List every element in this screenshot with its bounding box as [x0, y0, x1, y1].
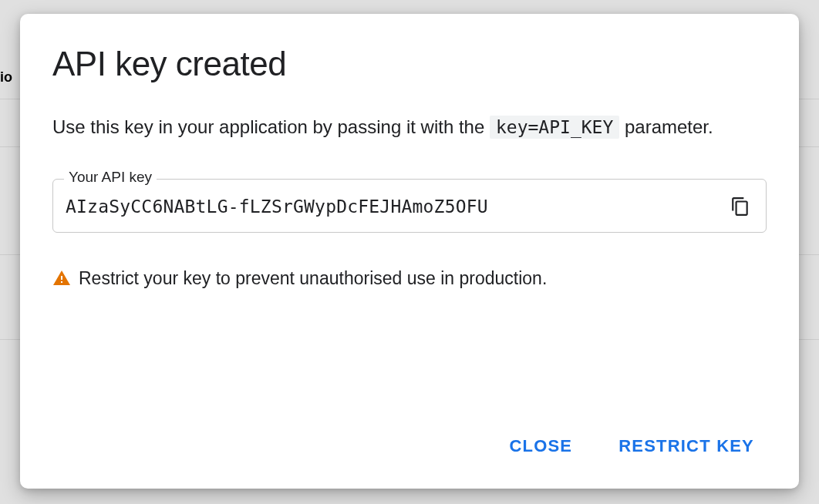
api-key-field-label: Your API key [64, 169, 157, 186]
api-key-value-input[interactable] [66, 197, 727, 217]
backdrop-clipped-text: io [0, 69, 12, 86]
api-key-created-dialog: API key created Use this key in your app… [20, 14, 799, 489]
copy-api-key-button[interactable] [727, 193, 753, 220]
warning-icon [52, 269, 71, 287]
dialog-actions: CLOSE RESTRICT KEY [52, 430, 767, 467]
dialog-description-post: parameter. [625, 116, 713, 137]
spacer [52, 304, 767, 430]
copy-icon [730, 197, 750, 217]
restrict-key-warning-text: Restrict your key to prevent unauthorise… [79, 268, 547, 289]
close-button[interactable]: CLOSE [506, 430, 575, 462]
restrict-key-warning: Restrict your key to prevent unauthorise… [52, 268, 767, 289]
restrict-key-button[interactable]: RESTRICT KEY [615, 430, 757, 462]
api-key-field: Your API key [52, 179, 767, 233]
dialog-title: API key created [52, 45, 767, 83]
key-param-code: key=API_KEY [490, 116, 619, 139]
dialog-description-pre: Use this key in your application by pass… [52, 116, 490, 137]
dialog-description: Use this key in your application by pass… [52, 114, 767, 140]
